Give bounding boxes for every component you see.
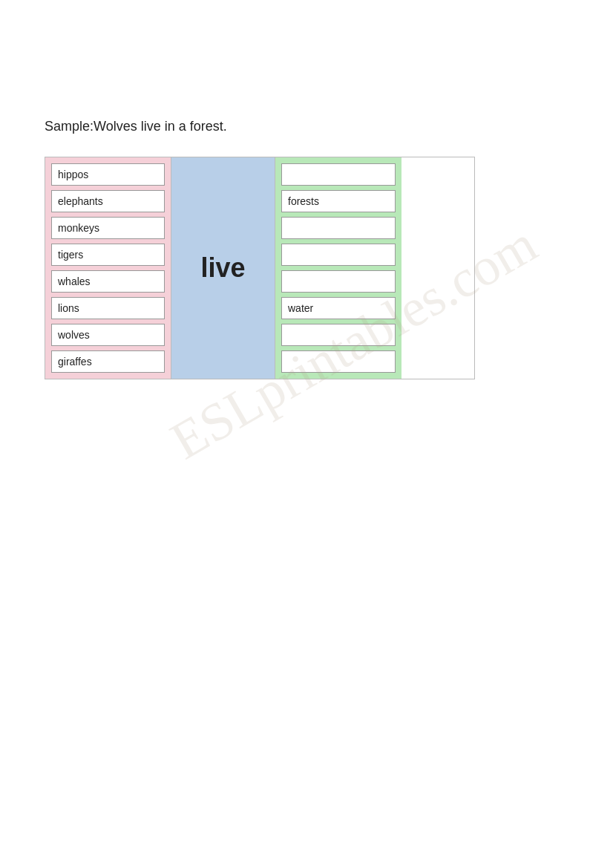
verb-text: live [200, 252, 245, 284]
sample-text: Sample:Wolves live in a forest. [45, 119, 568, 134]
habitat-box[interactable] [281, 270, 396, 293]
animal-box: lions [51, 297, 165, 319]
habitat-box[interactable]: water [281, 297, 396, 319]
page: ESLprintables.com Sample:Wolves live in … [0, 0, 613, 868]
animal-box: wolves [51, 324, 165, 346]
habitat-box[interactable] [281, 350, 396, 373]
animal-box: elephants [51, 190, 165, 212]
habitat-box[interactable] [281, 217, 396, 239]
verb-column: live [171, 157, 275, 379]
habitats-column: forestswater [275, 157, 401, 379]
animal-box: monkeys [51, 217, 165, 239]
animal-box: hippos [51, 163, 165, 186]
habitat-box[interactable] [281, 244, 396, 266]
animal-box: whales [51, 270, 165, 293]
habitat-box[interactable]: forests [281, 190, 396, 212]
animal-box: giraffes [51, 350, 165, 373]
exercise-container: hipposelephantsmonkeystigerswhaleslionsw… [45, 157, 475, 379]
habitat-box[interactable] [281, 324, 396, 346]
habitat-box[interactable] [281, 163, 396, 186]
animals-column: hipposelephantsmonkeystigerswhaleslionsw… [45, 157, 171, 379]
animal-box: tigers [51, 244, 165, 266]
